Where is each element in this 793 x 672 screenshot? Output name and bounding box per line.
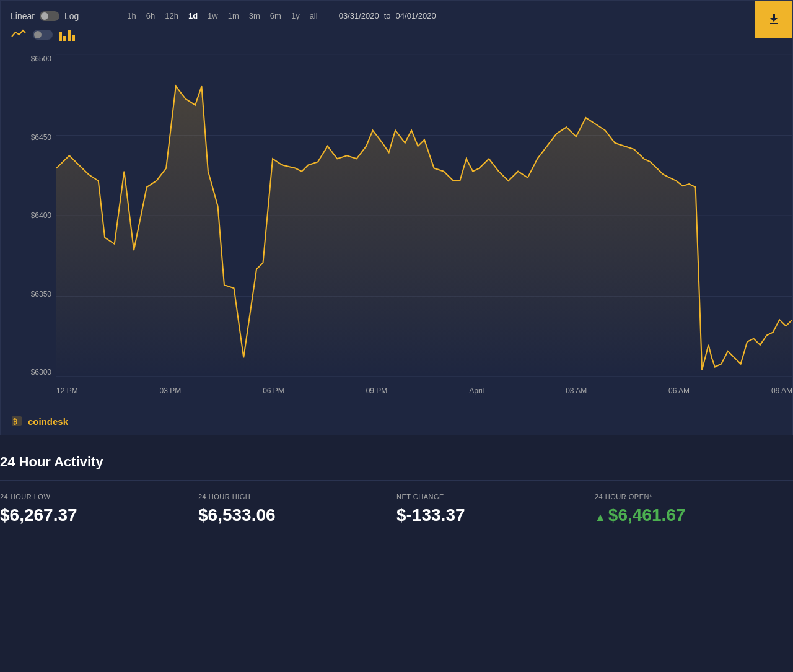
time-6h[interactable]: 6h (142, 9, 159, 22)
x-label-03pm: 03 PM (160, 386, 182, 395)
x-label-03am: 03 AM (566, 386, 587, 395)
date-from: 03/31/2020 (339, 11, 379, 20)
stat-label-open: 24 HOUR OPEN* (595, 493, 781, 500)
stat-value-high: $6,533.06 (198, 505, 384, 525)
linear-label: Linear (11, 11, 35, 21)
chart-type-toggle[interactable] (33, 30, 53, 40)
date-range: 03/31/2020 to 04/01/2020 (339, 11, 436, 20)
stat-label-low: 24 HOUR LOW (0, 493, 186, 500)
svg-marker-6 (56, 86, 792, 377)
stat-24h-high: 24 HOUR HIGH $6,533.06 (198, 493, 396, 525)
bottom-section: 24 Hour Activity 24 HOUR LOW $6,267.37 2… (0, 435, 793, 550)
activity-title: 24 Hour Activity (0, 448, 793, 480)
chart-svg (56, 48, 792, 383)
toolbar: Linear Log 1h 6h 12h 1d 1w 1m 3m 6m 1y a… (1, 1, 792, 27)
chart-area: $6500 $6450 $6400 $6350 $6300 (1, 48, 792, 408)
stat-value-low: $6,267.37 (0, 505, 186, 525)
time-1m[interactable]: 1m (224, 9, 243, 22)
y-label-6500: $6500 (6, 55, 51, 63)
time-controls: 1h 6h 12h 1d 1w 1m 3m 6m 1y all (123, 9, 321, 22)
stat-label-net: NET CHANGE (396, 493, 582, 500)
y-axis: $6500 $6450 $6400 $6350 $6300 (1, 48, 56, 383)
x-label-april: April (469, 386, 484, 395)
y-label-6350: $6350 (6, 290, 51, 299)
x-label-06pm: 06 PM (263, 386, 284, 395)
time-6m[interactable]: 6m (266, 9, 285, 22)
x-axis: 12 PM 03 PM 06 PM 09 PM April 03 AM 06 A… (56, 383, 792, 408)
chart-type-row (1, 27, 792, 48)
x-label-12pm: 12 PM (56, 386, 78, 395)
stat-net-change: NET CHANGE $-133.37 (396, 493, 595, 525)
bar-chart-icon[interactable] (59, 28, 75, 41)
y-label-6300: $6300 (6, 368, 51, 377)
coindesk-label: coindesk (28, 416, 68, 427)
time-12h[interactable]: 12h (161, 9, 182, 22)
stats-row: 24 HOUR LOW $6,267.37 24 HOUR HIGH $6,53… (0, 481, 793, 538)
y-label-6400: $6400 (6, 211, 51, 220)
date-separator: to (384, 11, 391, 20)
svg-text:₿: ₿ (13, 417, 17, 426)
arrow-up-icon: ▲ (595, 511, 606, 523)
stat-value-open: ▲$6,461.67 (595, 505, 781, 525)
time-1h[interactable]: 1h (123, 9, 139, 22)
time-1d[interactable]: 1d (185, 9, 201, 22)
x-label-09pm: 09 PM (366, 386, 388, 395)
download-button[interactable] (755, 1, 792, 38)
x-label-06am: 06 AM (668, 386, 690, 395)
stat-label-high: 24 HOUR HIGH (198, 493, 384, 500)
y-label-6450: $6450 (6, 133, 51, 142)
stat-value-net: $-133.37 (396, 505, 582, 525)
linear-log-group: Linear Log (11, 11, 79, 21)
svg-rect-0 (770, 23, 778, 24)
coindesk-logo: ₿ coindesk (1, 408, 792, 435)
stat-24h-open: 24 HOUR OPEN* ▲$6,461.67 (595, 493, 793, 525)
log-label: Log (64, 11, 79, 21)
download-icon (766, 12, 781, 27)
coindesk-icon: ₿ (11, 415, 23, 427)
time-1y[interactable]: 1y (287, 9, 304, 22)
linear-log-toggle[interactable] (40, 11, 59, 21)
time-3m[interactable]: 3m (245, 9, 264, 22)
time-all[interactable]: all (306, 9, 322, 22)
time-1w[interactable]: 1w (204, 9, 222, 22)
x-label-09am: 09 AM (771, 386, 792, 395)
date-to: 04/01/2020 (396, 11, 436, 20)
line-chart-icon[interactable] (11, 27, 27, 42)
stat-24h-low: 24 HOUR LOW $6,267.37 (0, 493, 198, 525)
chart-container: Linear Log 1h 6h 12h 1d 1w 1m 3m 6m 1y a… (0, 0, 793, 435)
